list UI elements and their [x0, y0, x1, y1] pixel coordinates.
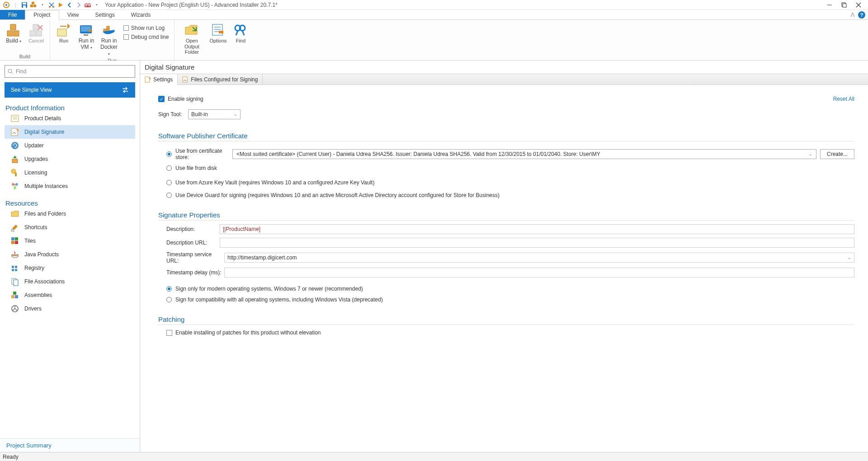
subtab-label: Settings	[153, 76, 173, 83]
run-icon[interactable]	[57, 1, 64, 9]
svg-line-71	[16, 310, 18, 310]
nav-updater[interactable]: Updater	[5, 139, 135, 152]
help-icon[interactable]: ?	[858, 11, 865, 19]
minimize-button[interactable]	[826, 2, 833, 8]
run-button[interactable]: Run	[54, 22, 74, 45]
description-url-input[interactable]	[220, 238, 854, 248]
debug-cmd-checkbox[interactable]: Debug cmd line	[122, 33, 170, 42]
subtab-settings[interactable]: Settings	[140, 74, 178, 85]
badge-icon[interactable]: 99	[84, 1, 91, 9]
reset-all-link[interactable]: Reset All	[833, 96, 854, 102]
open-output-button[interactable]: Open Output Folder	[178, 22, 205, 56]
svg-rect-56	[15, 241, 18, 244]
timestamp-delay-input[interactable]	[224, 268, 854, 278]
section-sigprops: Signature Properties	[158, 211, 854, 221]
app-icon	[3, 1, 10, 9]
radio-sign-modern[interactable]: Sign only for modern operating systems, …	[158, 286, 854, 292]
options-button[interactable]: Options	[208, 22, 228, 45]
svg-rect-64	[11, 295, 14, 298]
tsdelay-label: Timestamp delay (ms):	[166, 269, 224, 276]
nav-digital-signature[interactable]: Digital Signature	[5, 125, 135, 139]
chevron-down-icon: ⌄	[809, 152, 812, 156]
title-bar: | ▾ 99 ▾ Your Application - New Project …	[0, 0, 868, 10]
run-in-docker-button[interactable]: Run in Docker ▾	[99, 22, 119, 57]
sidebar: Find See Simple View Product Information…	[0, 61, 140, 452]
radio-cert-azure[interactable]: Use from Azure Key Vault (requires Windo…	[158, 179, 854, 186]
boxes-icon[interactable]	[30, 1, 37, 9]
svg-rect-63	[14, 280, 18, 286]
tab-project[interactable]: Project	[25, 10, 59, 20]
close-button[interactable]	[855, 2, 862, 8]
save-icon[interactable]	[21, 1, 28, 9]
cut-icon[interactable]	[48, 1, 55, 9]
cancel-button[interactable]: Cancel	[26, 22, 46, 45]
back-icon[interactable]	[66, 1, 73, 9]
radio-label: Use file from disk	[175, 165, 217, 171]
nav-shortcuts[interactable]: Shortcuts	[5, 221, 135, 234]
maximize-button[interactable]	[841, 2, 847, 8]
build-label: Build	[6, 38, 18, 44]
tab-file[interactable]: File	[0, 10, 25, 19]
create-button[interactable]: Create...	[820, 149, 854, 159]
shortcut-icon	[10, 222, 20, 232]
nav-registry[interactable]: Registry	[5, 261, 135, 275]
nav-licensing[interactable]: Licensing	[5, 166, 135, 179]
nav-multiple-instances[interactable]: Multiple Instances	[5, 179, 135, 193]
build-button[interactable]: Build ▾	[4, 22, 24, 45]
radio-sign-compat[interactable]: Sign for compatibility with all operatin…	[158, 296, 854, 303]
nav-label: Files and Folders	[24, 211, 66, 217]
project-summary-link[interactable]: Project Summary	[0, 438, 140, 452]
enable-signing-checkbox[interactable]: Enable signing	[158, 96, 203, 102]
page-title: Digital Signature	[140, 61, 868, 74]
run-in-vm-button[interactable]: Run in VM ▾	[76, 22, 96, 52]
nav-drivers[interactable]: Drivers	[5, 302, 135, 315]
timestamp-url-select[interactable]: http://timestamp.digicert.com ⌄	[224, 253, 854, 263]
collapse-ribbon-icon[interactable]: ᐱ	[851, 12, 854, 18]
svg-point-1	[5, 4, 7, 6]
licensing-icon	[10, 168, 20, 178]
tab-settings[interactable]: Settings	[87, 10, 123, 19]
debug-cmd-label: Debug cmd line	[131, 34, 169, 40]
signature-icon	[10, 127, 20, 137]
nav-label: Updater	[24, 142, 44, 149]
sign-tool-select[interactable]: Built-in ⌄	[188, 109, 241, 119]
svg-rect-46	[15, 173, 17, 176]
nav-tiles[interactable]: Tiles	[5, 234, 135, 248]
svg-line-36	[242, 31, 244, 35]
find-button[interactable]: Find	[231, 22, 250, 45]
nav-assemblies[interactable]: Assemblies	[5, 288, 135, 302]
ribbon-group-misc: Open Output Folder Options Find	[175, 20, 254, 60]
ribbon-group-build: Build ▾ Cancel Build	[0, 20, 50, 60]
radio-cert-store[interactable]: Use from certificate store: <Most suited…	[158, 148, 854, 160]
nav-product-details[interactable]: Product Details	[5, 112, 135, 125]
svg-rect-25	[104, 29, 106, 31]
chevron-down-icon: ⌄	[234, 112, 237, 117]
nav-file-assoc[interactable]: File Associations	[5, 275, 135, 288]
show-run-log-checkbox[interactable]: Show run Log	[122, 24, 170, 33]
radio-cert-device[interactable]: Use Device Guard for signing (requires W…	[158, 192, 854, 198]
nav-label: Digital Signature	[24, 129, 64, 135]
tab-wizards[interactable]: Wizards	[123, 10, 159, 19]
radio-label: Use from certificate store:	[175, 148, 229, 160]
subtab-files[interactable]: Files Configured for Signing	[178, 74, 263, 85]
nav-files-folders[interactable]: Files and Folders	[5, 207, 135, 221]
simple-view-button[interactable]: See Simple View	[5, 82, 135, 98]
nav-upgrades[interactable]: Upgrades	[5, 152, 135, 166]
svg-rect-5	[30, 5, 33, 7]
cancel-label: Cancel	[28, 38, 44, 44]
cert-store-select[interactable]: <Most suited certificate> (Current User)…	[232, 149, 816, 159]
description-input[interactable]	[220, 224, 854, 234]
search-input[interactable]: Find	[5, 65, 135, 78]
svg-rect-28	[212, 24, 222, 35]
nav-java[interactable]: Java Products	[5, 248, 135, 261]
tab-view[interactable]: View	[59, 10, 87, 19]
enable-patching-checkbox[interactable]: Enable installing of patches for this pr…	[158, 329, 854, 336]
svg-rect-73	[183, 77, 187, 82]
options-label: Options	[209, 38, 226, 44]
forward-icon[interactable]	[75, 1, 82, 9]
qat-dropdown-icon[interactable]: ▾	[93, 1, 100, 9]
radio-cert-file[interactable]: Use file from disk	[158, 165, 854, 171]
timestamp-url-value: http://timestamp.digicert.com	[227, 254, 297, 261]
checkbox-icon	[123, 25, 129, 31]
dropdown-icon[interactable]: ▾	[39, 1, 46, 9]
